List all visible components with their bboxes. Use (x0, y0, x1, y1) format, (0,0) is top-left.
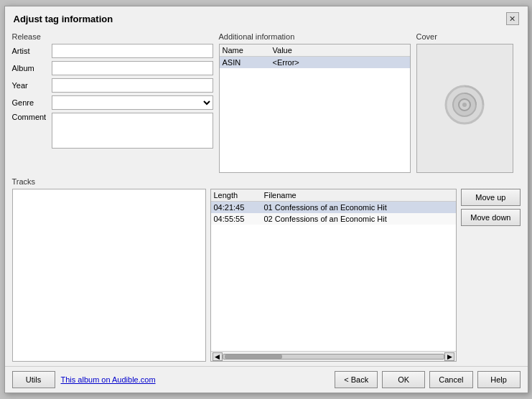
cover-box (416, 44, 513, 173)
additional-table: Name Value ASIN <Error> (219, 44, 411, 173)
scrollbar-track[interactable] (223, 354, 445, 360)
genre-label: Genre (12, 98, 52, 107)
asin-name: ASIN (223, 58, 273, 67)
move-buttons: Move up Move down (461, 189, 520, 362)
tracks-table-body: 04:21:45 01 Confessions of an Economic H… (211, 202, 457, 351)
comment-textarea[interactable] (52, 113, 213, 149)
scroll-right-arrow[interactable]: ▶ (444, 352, 454, 361)
top-section: Release Artist Album Year Genre (12, 32, 521, 173)
tracks-table-header: Length Filename (211, 189, 457, 202)
asin-value: <Error> (273, 58, 407, 67)
cover-section: Cover (416, 32, 521, 173)
utils-button[interactable]: Utils (12, 371, 55, 388)
album-label: Album (12, 64, 52, 72)
track-2-filename: 02 Confessions of an Economic Hit (264, 215, 454, 223)
album-row: Album (12, 61, 213, 75)
genre-select[interactable] (52, 95, 213, 110)
svg-point-3 (462, 103, 467, 107)
artist-label: Artist (12, 47, 52, 55)
tracks-label: Tracks (12, 177, 521, 186)
adjust-tag-dialog: Adjust tag information ✕ Release Artist … (4, 6, 528, 393)
track-1-filename: 01 Confessions of an Economic Hit (264, 203, 454, 212)
cancel-button[interactable]: Cancel (429, 371, 472, 388)
year-input[interactable] (52, 78, 213, 93)
track-2-length: 04:55:55 (214, 215, 264, 223)
scroll-left-arrow[interactable]: ◀ (213, 352, 223, 361)
move-down-button[interactable]: Move down (461, 209, 520, 226)
album-input[interactable] (52, 61, 213, 75)
tracks-right-panel: Length Filename 04:21:45 01 Confessions … (210, 189, 457, 362)
col-name-header: Name (223, 46, 273, 55)
year-row: Year (12, 78, 213, 93)
track-row-1[interactable]: 04:21:45 01 Confessions of an Economic H… (211, 202, 457, 213)
release-label: Release (12, 32, 213, 41)
col-filename-header: Filename (264, 191, 454, 200)
dialog-content: Release Artist Album Year Genre (5, 28, 528, 366)
tracks-inner: Length Filename 04:21:45 01 Confessions … (12, 189, 521, 362)
additional-label: Additional information (219, 32, 411, 41)
cover-label: Cover (416, 32, 521, 41)
bottom-left: Utils This album on Audible.com (12, 371, 156, 388)
help-button[interactable]: Help (477, 371, 521, 388)
tracks-horizontal-scrollbar[interactable]: ◀ ▶ (211, 351, 457, 361)
additional-row-asin[interactable]: ASIN <Error> (220, 57, 410, 68)
bottom-right: < Back OK Cancel Help (335, 371, 520, 388)
track-row-2[interactable]: 04:55:55 02 Confessions of an Economic H… (211, 213, 457, 225)
move-up-button[interactable]: Move up (461, 189, 520, 206)
close-button[interactable]: ✕ (506, 12, 519, 25)
comment-row: Comment (12, 113, 213, 149)
additional-table-header: Name Value (220, 44, 410, 57)
scrollbar-thumb[interactable] (225, 355, 282, 359)
year-label: Year (12, 81, 52, 90)
tracks-left-panel (12, 189, 206, 362)
bottom-bar: Utils This album on Audible.com < Back O… (5, 366, 528, 393)
audible-link[interactable]: This album on Audible.com (61, 375, 156, 384)
additional-section: Additional information Name Value ASIN <… (219, 32, 411, 173)
ok-button[interactable]: OK (382, 371, 425, 388)
dialog-title: Adjust tag information (14, 14, 113, 24)
genre-row: Genre (12, 95, 213, 110)
tracks-table-container: Length Filename 04:21:45 01 Confessions … (210, 189, 457, 362)
col-value-header: Value (273, 46, 407, 55)
title-bar: Adjust tag information ✕ (5, 6, 528, 28)
track-1-length: 04:21:45 (214, 203, 264, 212)
artist-row: Artist (12, 44, 213, 58)
artist-input[interactable] (52, 44, 213, 58)
col-length-header: Length (214, 191, 264, 200)
release-section: Release Artist Album Year Genre (12, 32, 213, 173)
back-button[interactable]: < Back (335, 371, 378, 388)
tracks-section: Tracks Length Filename 04:21:45 (12, 177, 521, 362)
comment-label: Comment (12, 113, 52, 121)
disc-icon (443, 83, 486, 134)
